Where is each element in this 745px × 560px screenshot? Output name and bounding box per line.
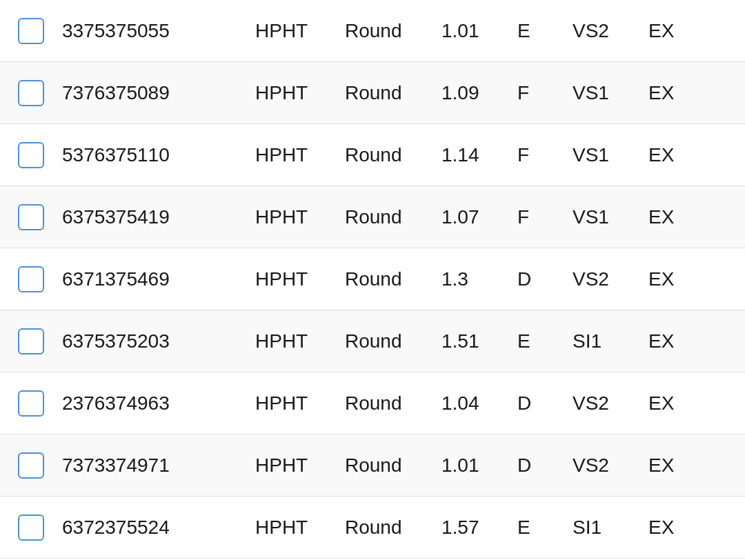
diamond-color: E	[517, 20, 573, 42]
row-checkbox[interactable]	[18, 328, 44, 354]
diamond-carat: 1.14	[441, 144, 517, 166]
row-checkbox[interactable]	[18, 204, 44, 230]
diamond-cut: EX	[648, 392, 704, 414]
diamond-carat: 1.07	[441, 206, 517, 228]
diamond-id: 5376375110	[55, 144, 255, 166]
row-checkbox[interactable]	[18, 514, 44, 541]
diamond-shape: Round	[345, 392, 441, 414]
diamond-clarity: VS2	[573, 454, 648, 477]
diamond-carat: 1.09	[441, 82, 517, 104]
diamond-carat: 1.51	[441, 330, 517, 352]
diamond-type: HPHT	[255, 330, 345, 352]
diamond-table: 3375375055 HPHT Round 1.01 E VS2 EX 7376…	[0, 0, 745, 559]
table-row: 6371375469 HPHT Round 1.3 D VS2 EX	[0, 248, 745, 310]
diamond-type: HPHT	[255, 454, 345, 477]
diamond-cut: EX	[648, 82, 704, 104]
diamond-clarity: SI1	[573, 330, 648, 352]
diamond-id: 7376375089	[55, 82, 255, 104]
table-row: 6372375524 HPHT Round 1.57 E SI1 EX	[0, 497, 745, 559]
diamond-color: F	[517, 206, 573, 228]
row-checkbox[interactable]	[18, 18, 44, 44]
diamond-carat: 1.04	[441, 392, 517, 414]
diamond-id: 7373374971	[55, 454, 255, 477]
diamond-color: D	[517, 392, 573, 414]
table-row: 5376375110 HPHT Round 1.14 F VS1 EX	[0, 124, 745, 186]
checkbox-cell	[7, 452, 55, 479]
diamond-cut: EX	[648, 330, 704, 352]
diamond-shape: Round	[345, 144, 441, 166]
diamond-type: HPHT	[255, 392, 345, 414]
diamond-cut: EX	[648, 517, 704, 539]
diamond-color: D	[517, 268, 573, 290]
diamond-clarity: SI1	[573, 517, 648, 539]
diamond-shape: Round	[345, 82, 441, 104]
table-row: 3375375055 HPHT Round 1.01 E VS2 EX	[0, 0, 745, 62]
diamond-type: HPHT	[255, 268, 345, 290]
diamond-id: 6375375203	[55, 330, 255, 352]
row-checkbox[interactable]	[18, 80, 44, 106]
table-row: 2376374963 HPHT Round 1.04 D VS2 EX	[0, 372, 745, 434]
diamond-clarity: VS1	[573, 206, 648, 228]
diamond-id: 2376374963	[55, 392, 255, 414]
diamond-clarity: VS2	[573, 392, 648, 414]
diamond-type: HPHT	[255, 144, 345, 166]
diamond-shape: Round	[345, 454, 441, 477]
table-row: 7373374971 HPHT Round 1.01 D VS2 EX	[0, 434, 745, 497]
diamond-id: 6372375524	[55, 517, 255, 539]
table-row: 6375375419 HPHT Round 1.07 F VS1 EX	[0, 186, 745, 248]
diamond-color: E	[517, 330, 573, 352]
diamond-cut: EX	[648, 268, 704, 290]
table-row: 6375375203 HPHT Round 1.51 E SI1 EX	[0, 310, 745, 372]
diamond-shape: Round	[345, 268, 441, 290]
diamond-cut: EX	[648, 144, 704, 166]
diamond-shape: Round	[345, 517, 441, 539]
diamond-id: 3375375055	[55, 20, 255, 42]
diamond-cut: EX	[648, 20, 704, 42]
diamond-clarity: VS2	[573, 268, 648, 290]
diamond-carat: 1.3	[441, 268, 517, 290]
checkbox-cell	[7, 142, 55, 168]
diamond-color: F	[517, 82, 573, 104]
row-checkbox[interactable]	[18, 390, 44, 417]
table-row: 7376375089 HPHT Round 1.09 F VS1 EX	[0, 62, 745, 124]
row-checkbox[interactable]	[18, 266, 44, 292]
diamond-type: HPHT	[255, 20, 345, 42]
diamond-shape: Round	[345, 206, 441, 228]
diamond-cut: EX	[648, 206, 704, 228]
diamond-carat: 1.01	[441, 20, 517, 42]
diamond-color: E	[517, 517, 573, 539]
row-checkbox[interactable]	[18, 452, 44, 479]
diamond-id: 6375375419	[55, 206, 255, 228]
row-checkbox[interactable]	[18, 142, 44, 168]
diamond-cut: EX	[648, 454, 704, 477]
checkbox-cell	[7, 390, 55, 417]
diamond-shape: Round	[345, 20, 441, 42]
diamond-clarity: VS1	[573, 144, 648, 166]
diamond-color: F	[517, 144, 573, 166]
checkbox-cell	[7, 204, 55, 230]
diamond-id: 6371375469	[55, 268, 255, 290]
diamond-shape: Round	[345, 330, 441, 352]
checkbox-cell	[7, 80, 55, 106]
diamond-carat: 1.01	[441, 454, 517, 477]
diamond-type: HPHT	[255, 206, 345, 228]
diamond-clarity: VS1	[573, 82, 648, 104]
checkbox-cell	[7, 328, 55, 354]
checkbox-cell	[7, 18, 55, 44]
checkbox-cell	[7, 266, 55, 292]
diamond-carat: 1.57	[441, 517, 517, 539]
diamond-color: D	[517, 454, 573, 477]
diamond-type: HPHT	[255, 82, 345, 104]
diamond-type: HPHT	[255, 517, 345, 539]
diamond-clarity: VS2	[573, 20, 648, 42]
checkbox-cell	[7, 514, 55, 541]
